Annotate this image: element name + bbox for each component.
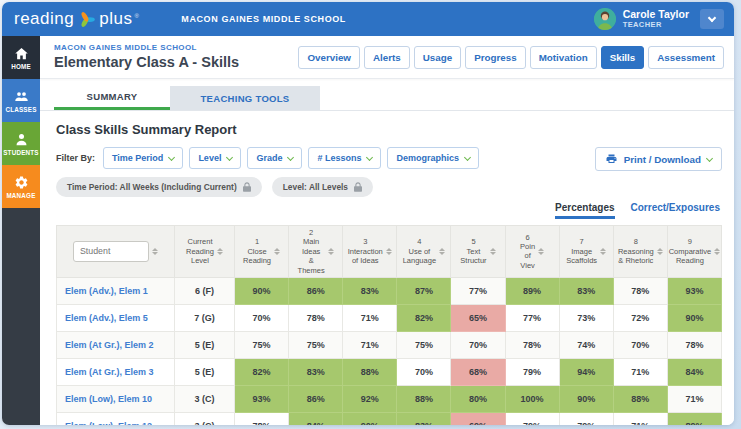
logo-text-reading: reading bbox=[14, 9, 74, 29]
table-row: Elem (Low), Elem 123 (C)78%84%90%83%69%7… bbox=[57, 412, 722, 425]
report-title: Class Skills Summary Report bbox=[56, 122, 722, 137]
nav-tab-skills[interactable]: Skills bbox=[601, 46, 645, 69]
nav-tab-motivation[interactable]: Motivation bbox=[530, 46, 597, 69]
sidebar-item-manage[interactable]: MANAGE bbox=[2, 165, 40, 208]
skill-cell: 69% bbox=[451, 412, 505, 425]
breadcrumb[interactable]: MACON GAINES MIDDLE SCHOOL bbox=[54, 43, 239, 52]
page-title: Elementary Class A - Skills bbox=[54, 54, 239, 70]
sort-icon bbox=[386, 248, 392, 255]
filter-dropdown--lessons[interactable]: # Lessons bbox=[308, 147, 381, 169]
sort-icon bbox=[152, 248, 158, 255]
column-header-7[interactable]: 6 Poin of Viev bbox=[505, 226, 559, 278]
skill-cell: 70% bbox=[235, 304, 289, 331]
skill-cell: 77% bbox=[505, 304, 559, 331]
print-download-button[interactable]: Print / Download bbox=[595, 147, 722, 171]
column-header-1[interactable]: Current Reading Level bbox=[175, 226, 235, 278]
skill-cell: 78% bbox=[613, 277, 667, 304]
chevron-down-icon bbox=[708, 13, 716, 21]
column-header-8[interactable]: 7 Image Scaffolds bbox=[559, 226, 613, 278]
nav-tab-usage[interactable]: Usage bbox=[414, 46, 461, 69]
skill-cell: 75% bbox=[235, 331, 289, 358]
dropdown-chevron-icon bbox=[706, 154, 713, 161]
skill-cell: 90% bbox=[343, 412, 397, 425]
active-filter-chip: Time Period: All Weeks (Including Curren… bbox=[56, 177, 262, 197]
student-filter-input[interactable] bbox=[73, 241, 149, 262]
skill-cell: 79% bbox=[505, 358, 559, 385]
sort-icon bbox=[538, 248, 544, 255]
skill-cell: 92% bbox=[343, 385, 397, 412]
column-header-10[interactable]: 9 Comparative Reading bbox=[667, 226, 721, 278]
skill-cell: 75% bbox=[397, 331, 451, 358]
sort-icon bbox=[600, 248, 606, 255]
sidebar: HOME CLASSES STUDENTS MAN bbox=[2, 36, 40, 425]
student-link[interactable]: Elem (At Gr.), Elem 2 bbox=[57, 331, 175, 358]
dropdown-chevron-icon bbox=[366, 153, 373, 160]
skill-cell: 78% bbox=[289, 304, 343, 331]
reading-level-cell: 5 (E) bbox=[175, 358, 235, 385]
skill-cell: 83% bbox=[289, 358, 343, 385]
skill-cell: 84% bbox=[289, 412, 343, 425]
page-header: MACON GAINES MIDDLE SCHOOL Elementary Cl… bbox=[40, 36, 734, 79]
students-icon bbox=[14, 132, 29, 147]
sidebar-item-students[interactable]: STUDENTS bbox=[2, 122, 40, 165]
student-link[interactable]: Elem (Low), Elem 10 bbox=[57, 385, 175, 412]
nav-tab-overview[interactable]: Overview bbox=[298, 46, 360, 69]
skill-cell: 79% bbox=[559, 412, 613, 425]
table-row: Elem (Adv.), Elem 57 (G)70%78%71%82%65%7… bbox=[57, 304, 722, 331]
skill-cell: 80% bbox=[451, 385, 505, 412]
home-icon bbox=[14, 46, 29, 61]
skill-cell: 82% bbox=[235, 358, 289, 385]
column-header-9[interactable]: 8 Reasoning & Rhetoric bbox=[613, 226, 667, 278]
toggle-percentages[interactable]: Percentages bbox=[555, 202, 614, 219]
column-header-6[interactable]: 5 Text Structur bbox=[451, 226, 505, 278]
filter-dropdown-level[interactable]: Level bbox=[189, 147, 241, 169]
table-row: Elem (Low), Elem 103 (C)93%86%92%88%80%1… bbox=[57, 385, 722, 412]
skill-cell: 78% bbox=[667, 331, 721, 358]
skill-cell: 90% bbox=[667, 304, 721, 331]
student-link[interactable]: Elem (Adv.), Elem 1 bbox=[57, 277, 175, 304]
skill-cell: 71% bbox=[613, 412, 667, 425]
student-link[interactable]: Elem (At Gr.), Elem 3 bbox=[57, 358, 175, 385]
student-link[interactable]: Elem (Low), Elem 12 bbox=[57, 412, 175, 425]
reading-level-cell: 3 (C) bbox=[175, 385, 235, 412]
skill-cell: 79% bbox=[505, 412, 559, 425]
filter-dropdown-time-period[interactable]: Time Period bbox=[103, 147, 183, 169]
sort-icon bbox=[657, 248, 663, 255]
tab-teaching-tools[interactable]: TEACHING TOOLS bbox=[170, 86, 320, 110]
nav-tab-progress[interactable]: Progress bbox=[465, 46, 525, 69]
skill-cell: 71% bbox=[667, 385, 721, 412]
dropdown-chevron-icon bbox=[168, 153, 175, 160]
skill-cell: 90% bbox=[235, 277, 289, 304]
column-header-3[interactable]: 2 Main Ideas & Themes bbox=[289, 226, 343, 278]
nav-tab-assessment[interactable]: Assessment bbox=[648, 46, 724, 69]
sort-icon bbox=[274, 248, 280, 255]
reading-level-cell: 5 (E) bbox=[175, 331, 235, 358]
sidebar-item-classes[interactable]: CLASSES bbox=[2, 79, 40, 122]
sidebar-item-label: CLASSES bbox=[5, 106, 36, 113]
reading-plus-logo[interactable]: reading plus ® bbox=[14, 9, 139, 29]
skill-cell: 93% bbox=[667, 277, 721, 304]
sort-icon bbox=[439, 248, 445, 255]
skill-cell: 82% bbox=[397, 304, 451, 331]
column-header-student[interactable] bbox=[57, 226, 175, 278]
filter-dropdown-grade[interactable]: Grade bbox=[247, 147, 302, 169]
skill-cell: 70% bbox=[397, 358, 451, 385]
filter-by-label: Filter By: bbox=[56, 153, 95, 163]
student-link[interactable]: Elem (Adv.), Elem 5 bbox=[57, 304, 175, 331]
user-menu-button[interactable] bbox=[700, 9, 724, 29]
skill-cell: 83% bbox=[559, 277, 613, 304]
column-header-2[interactable]: 1 Close Reading bbox=[235, 226, 289, 278]
skill-cell: 70% bbox=[451, 331, 505, 358]
filter-dropdown-demographics[interactable]: Demographics bbox=[387, 147, 479, 169]
skill-cell: 87% bbox=[397, 277, 451, 304]
tab-summary[interactable]: SUMMARY bbox=[54, 86, 170, 110]
lock-icon bbox=[354, 182, 362, 192]
toggle-correct-exposures[interactable]: Correct/Exposures bbox=[631, 202, 720, 219]
user-name: Carole Taylor bbox=[623, 9, 689, 21]
column-header-5[interactable]: 4 Use of Language bbox=[397, 226, 451, 278]
nav-tab-alerts[interactable]: Alerts bbox=[364, 46, 410, 69]
sidebar-item-home[interactable]: HOME bbox=[2, 36, 40, 79]
column-header-4[interactable]: 3 Interaction of Ideas bbox=[343, 226, 397, 278]
logo-text-plus: plus bbox=[99, 9, 132, 29]
skill-cell: 70% bbox=[613, 331, 667, 358]
